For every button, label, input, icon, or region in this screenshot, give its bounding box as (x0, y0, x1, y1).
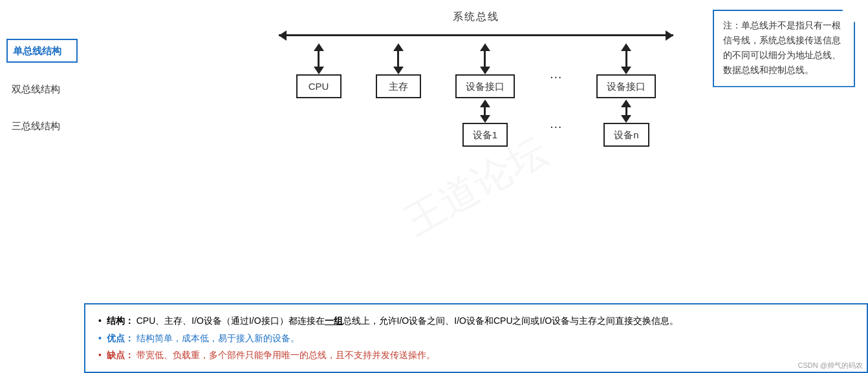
struct-highlight: 一组 (325, 315, 343, 326)
arrow-down-icon (393, 67, 404, 74)
io2-arrow (621, 43, 631, 74)
struct-label: 结构： (107, 315, 134, 326)
arrow-shaft (484, 107, 486, 115)
bullet-pros: • (98, 333, 102, 343)
arrow-up-icon (393, 43, 404, 51)
arrow-up-icon (480, 43, 490, 51)
arrow-shaft (625, 107, 627, 115)
components-row: CPU 主存 (266, 43, 686, 147)
sidebar-item-triple-bus[interactable]: 三总线结构 (6, 115, 78, 136)
arrow-up-icon (480, 100, 490, 107)
io1-arrow (480, 43, 490, 74)
bullet-struct: • (98, 315, 102, 326)
io2-box: 设备接口 (596, 74, 656, 98)
cons-label: 缺点： (107, 350, 134, 360)
bus-arrow-right-icon (666, 30, 673, 41)
struct-text1: CPU、主存、I/O设备（通过I/O接口）都连接在 (136, 315, 325, 326)
sidebar-item-single-bus[interactable]: 单总线结构 (6, 39, 78, 63)
pros-text: 结构简单，成本低，易于接入新的设备。 (136, 333, 299, 343)
arrow-down-icon (480, 115, 490, 123)
arrow-up-icon (314, 43, 324, 51)
ram-arrow (393, 43, 404, 74)
cpu-col: CPU (296, 43, 342, 98)
io1-box: 设备接口 (455, 74, 515, 98)
cpu-box: CPU (296, 74, 342, 98)
arrow-up-icon (621, 43, 631, 51)
bus-bar (279, 34, 673, 36)
main-container: 单总线结构 双总线结构 三总线结构 王道论坛 系统总线 (0, 0, 868, 373)
io2-col: 设备接口 设备n (596, 43, 656, 147)
pros-label: 优点： (107, 333, 134, 343)
pros-line: • 优点： 结构简单，成本低，易于接入新的设备。 (98, 330, 854, 347)
arrow-up-icon (621, 100, 631, 107)
struct-text2: 总线上，允许I/O设备之间、I/O设备和CPU之间或I/O设备与主存之间直接交换… (343, 315, 679, 326)
device1-box: 设备1 (462, 123, 508, 147)
struct-line: • 结构： CPU、主存、I/O设备（通过I/O接口）都连接在一组总线上，允许I… (98, 312, 854, 330)
sidebar-item-dual-bus[interactable]: 双总线结构 (6, 78, 78, 100)
bus-line (266, 28, 686, 43)
info-box: • 结构： CPU、主存、I/O设备（通过I/O接口）都连接在一组总线上，允许I… (84, 303, 868, 373)
cons-text: 带宽低、负载重，多个部件只能争用唯一的总线，且不支持并发传送操作。 (136, 350, 435, 360)
devicen-box: 设备n (603, 123, 649, 147)
csdn-footer: CSDN @帅气的码农 (798, 361, 863, 370)
note-box: 注：单总线并不是指只有一根信号线，系统总线接传送信息的不同可以细分为地址总线、数… (713, 10, 855, 87)
arrow-shaft (397, 51, 399, 67)
bus-wrapper: 系统总线 (266, 10, 686, 43)
sidebar: 单总线结构 双总线结构 三总线结构 (0, 0, 84, 373)
sub-dots: … (549, 116, 562, 131)
arrow-down-icon (480, 67, 490, 74)
bus-arrow-left-icon (279, 30, 287, 41)
arrow-shaft (318, 51, 320, 67)
ram-col: 主存 (376, 43, 421, 98)
io1-col: 设备接口 设备1 (455, 43, 515, 147)
dots-label: … (549, 43, 562, 88)
content-area: 王道论坛 系统总线 (84, 0, 868, 373)
arrow-down-icon (621, 115, 631, 123)
ram-box: 主存 (376, 74, 421, 98)
arrow-shaft (625, 51, 627, 67)
io1-sub-arrow (480, 100, 490, 123)
arrow-shaft (484, 51, 486, 67)
cons-line: • 缺点： 带宽低、负载重，多个部件只能争用唯一的总线，且不支持并发传送操作。 (98, 346, 854, 364)
cpu-arrow (314, 43, 324, 74)
note-text: 注：单总线并不是指只有一根信号线，系统总线接传送信息的不同可以细分为地址总线、数… (723, 21, 841, 75)
arrow-down-icon (314, 67, 324, 74)
dots-col: … … (549, 43, 562, 131)
io2-sub-arrow (621, 100, 631, 123)
bus-label: 系统总线 (266, 10, 686, 24)
bullet-cons: • (98, 350, 102, 360)
arrow-down-icon (621, 67, 631, 74)
